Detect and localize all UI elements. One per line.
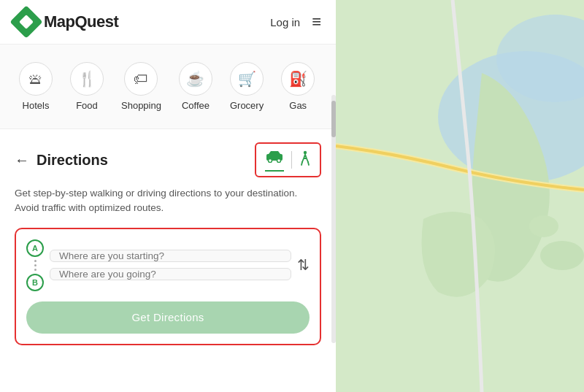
car-transport-icon: [265, 148, 284, 167]
shopping-label: Shopping: [121, 100, 161, 111]
connector-dot-2: [34, 264, 36, 266]
hamburger-menu-icon[interactable]: ≡: [312, 12, 321, 31]
get-directions-button[interactable]: Get Directions: [26, 301, 310, 334]
directions-header: ← Directions: [15, 142, 321, 177]
waypoint-b-marker: B: [26, 274, 44, 291]
hotels-icon: 🛎: [19, 62, 53, 96]
grocery-icon: 🛒: [230, 62, 264, 96]
categories-bar: 🛎 Hotels 🍴 Food 🏷 Shopping ☕ Coffee 🛒 Gr…: [0, 45, 336, 129]
category-coffee[interactable]: ☕ Coffee: [172, 55, 220, 118]
header-right: Log in ≡: [270, 12, 321, 31]
transport-divider: [291, 151, 292, 169]
category-grocery[interactable]: 🛒 Grocery: [223, 55, 271, 118]
transport-modes-box[interactable]: [255, 142, 321, 177]
logo-area: MapQuest: [15, 10, 118, 34]
shopping-icon: 🏷: [124, 62, 158, 96]
hotels-label: Hotels: [23, 100, 50, 111]
category-gas[interactable]: ⛽ Gas: [274, 55, 322, 118]
directions-title-row: ← Directions: [15, 152, 108, 169]
header: MapQuest Log in ≡: [0, 0, 336, 45]
svg-point-1: [269, 159, 272, 163]
gas-label: Gas: [289, 100, 307, 111]
walk-transport-icon: [299, 150, 311, 170]
directions-section: ← Directions: [0, 129, 336, 392]
mapquest-logo-diamond: [9, 5, 42, 38]
map-area[interactable]: [336, 0, 584, 392]
start-input[interactable]: [50, 250, 291, 262]
coffee-icon: ☕: [179, 62, 212, 96]
gas-icon: ⛽: [281, 62, 315, 96]
category-shopping[interactable]: 🏷 Shopping: [114, 55, 169, 118]
directions-title: Directions: [36, 152, 108, 169]
end-input[interactable]: [50, 268, 291, 280]
inputs-col: [50, 250, 291, 280]
connector-dot-3: [34, 269, 36, 271]
category-food[interactable]: 🍴 Food: [63, 55, 111, 118]
category-hotels[interactable]: 🛎 Hotels: [12, 55, 60, 118]
car-mode-underline: [265, 170, 284, 172]
svg-point-3: [304, 150, 307, 153]
left-panel: MapQuest Log in ≡ 🛎 Hotels 🍴 Food 🏷 Shop…: [0, 0, 336, 392]
login-link[interactable]: Log in: [270, 16, 300, 28]
inputs-with-swap: A B ⇅: [26, 239, 310, 291]
logo-diamond-inner: [19, 15, 34, 29]
food-label: Food: [76, 100, 98, 111]
connector-dot-1: [34, 260, 36, 262]
coffee-label: Coffee: [182, 100, 210, 111]
svg-point-8: [529, 215, 558, 237]
directions-form: A B ⇅ Get Directions: [15, 228, 321, 345]
directions-description: Get step-by-step walking or driving dire…: [15, 186, 321, 216]
food-icon: 🍴: [70, 62, 104, 96]
back-arrow-icon[interactable]: ←: [15, 152, 29, 169]
grocery-label: Grocery: [230, 100, 264, 111]
map-svg: [336, 0, 584, 392]
svg-point-7: [540, 241, 584, 270]
svg-point-2: [277, 159, 281, 163]
waypoints-col: A B: [26, 239, 44, 291]
waypoint-a-marker: A: [26, 239, 44, 257]
swap-inputs-icon[interactable]: ⇅: [297, 256, 310, 274]
logo-text: MapQuest: [44, 12, 118, 31]
